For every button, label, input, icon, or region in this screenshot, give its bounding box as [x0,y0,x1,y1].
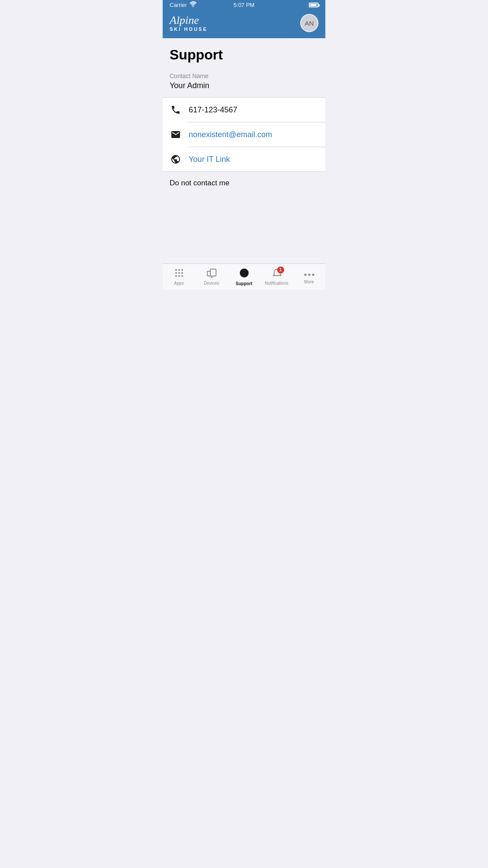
carrier-label: Carrier [170,2,187,8]
phone-icon [170,105,182,115]
svg-point-0 [175,269,177,271]
web-contact-item[interactable]: Your IT Link [163,147,325,171]
tab-more[interactable]: More [293,266,325,287]
svg-point-4 [178,272,180,274]
svg-point-8 [181,275,183,277]
svg-point-6 [175,275,177,277]
svg-point-2 [181,269,183,271]
contact-header-section: Contact Name Your Admin [163,67,325,97]
tab-bar: Apps Devices Support [163,263,325,289]
tab-support-label: Support [236,281,252,286]
apps-icon [174,270,184,279]
page-title-section: Support [163,38,325,67]
contact-list: 617-123-4567 nonexistent@email.com Your … [163,98,325,171]
svg-point-1 [178,269,180,271]
globe-icon [170,154,182,164]
avatar-initials: AN [305,20,314,27]
wifi-icon [190,1,197,8]
tab-notifications[interactable]: 1 Notifications [260,266,293,288]
support-icon [239,270,249,280]
svg-rect-10 [207,271,210,276]
do-not-contact-section: Do not contact me [163,172,325,194]
email-address: nonexistent@email.com [189,130,272,139]
main-content: Support Contact Name Your Admin 617-123-… [163,38,325,263]
phone-contact-item[interactable]: 617-123-4567 [163,98,325,122]
email-contact-item[interactable]: nonexistent@email.com [163,122,325,147]
tab-notifications-label: Notifications [265,281,288,286]
svg-point-15 [312,274,314,276]
notification-badge: 1 [277,266,284,273]
page-title: Support [170,47,318,63]
brand-sub: SKI HOUSE [170,26,208,32]
svg-point-14 [308,274,310,276]
svg-rect-9 [210,269,216,276]
contact-name-value: Your Admin [170,81,318,90]
more-icon [304,269,314,278]
phone-number: 617-123-4567 [189,105,237,115]
status-time: 5:07 PM [233,2,254,8]
status-bar: Carrier 5:07 PM [163,0,325,10]
svg-point-5 [181,272,183,274]
email-icon [170,129,182,140]
web-link: Your IT Link [189,155,230,164]
svg-point-13 [304,274,306,276]
svg-point-7 [178,275,180,277]
tab-apps-label: Apps [174,281,184,286]
devices-icon [206,270,217,279]
do-not-contact-text: Do not contact me [170,179,229,187]
tab-devices[interactable]: Devices [195,266,228,288]
svg-point-3 [175,272,177,274]
avatar[interactable]: AN [300,14,318,32]
nav-bar: Alpine SKI HOUSE AN [163,10,325,38]
app-logo: Alpine SKI HOUSE [170,14,208,32]
tab-devices-label: Devices [204,281,219,286]
brand-name: Alpine [170,14,208,27]
battery-icon [309,3,318,7]
tab-apps[interactable]: Apps [163,266,195,288]
tab-more-label: More [304,279,314,284]
tab-support[interactable]: Support [228,265,260,289]
contact-name-label: Contact Name [170,72,318,79]
